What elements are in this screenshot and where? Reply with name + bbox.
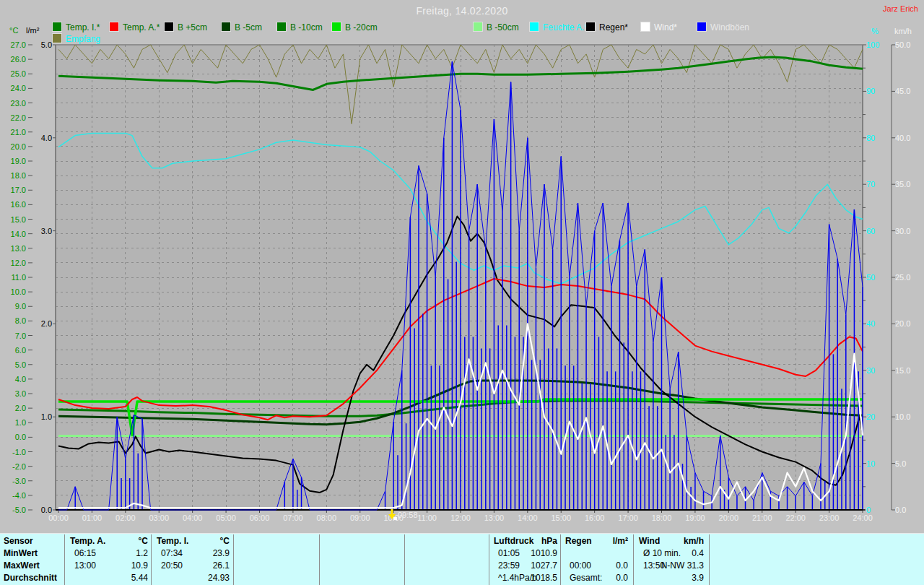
cursor-time-label: 09:58 <box>398 511 418 519</box>
table-value: 1027.7 <box>531 560 557 571</box>
table-divider <box>489 534 489 585</box>
axis-tick-label: 50.0 <box>895 40 910 49</box>
table-value: 1018.5 <box>531 573 557 583</box>
axis-tick-label: -2.0 <box>12 462 26 471</box>
axis-tick-label: 4.0 <box>41 134 52 142</box>
axis-tick-label: 22.0 <box>11 113 26 122</box>
table-divider <box>151 534 152 585</box>
axis-tick-label: 100 <box>866 40 879 49</box>
axis-tick-label: 1.0 <box>15 418 26 427</box>
table-unit-temp_a: °C <box>139 536 148 546</box>
table-value: 24.93 <box>208 573 230 583</box>
yellow-down-arrow-icon <box>388 508 397 521</box>
x-axis-label: 15:00 <box>545 514 577 522</box>
x-axis-label: 06:00 <box>244 514 276 522</box>
axis-tick-label: 5.0 <box>41 40 52 49</box>
table-value: 0.0 <box>616 573 628 583</box>
axis-tick-label: 20.0 <box>895 319 910 328</box>
table-row-label: Durchschnitt <box>4 573 57 583</box>
table-unit-regen: l/m² <box>613 536 628 546</box>
axis-tick-label: -4.0 <box>12 491 26 500</box>
table-value: 0.0 <box>616 560 628 571</box>
axis-tick-label: 0.0 <box>15 433 26 441</box>
table-value: 01:05 <box>498 548 520 558</box>
table-value: 26.1 <box>213 560 230 571</box>
axis-tick-label: 27.0 <box>11 40 26 49</box>
axis-tick-label: 0.0 <box>895 506 906 514</box>
axis-temp-tick-labels: -5.0-4.0-3.0-2.0-1.00.01.02.03.04.05.06.… <box>11 40 32 514</box>
x-axis-label: 19:00 <box>679 514 711 522</box>
axis-tick-label: 50 <box>866 273 875 282</box>
axis-tick-label: 18.0 <box>11 171 26 180</box>
table-value: 13:00 <box>74 560 96 571</box>
axis-wind-tick-labels: 0.05.010.015.020.025.030.035.040.045.050… <box>892 40 910 514</box>
table-divider <box>709 534 710 585</box>
axis-tick-label: 14.0 <box>11 230 26 238</box>
axis-tick-label: 80 <box>866 134 875 142</box>
x-axis-label: 09:00 <box>344 514 376 522</box>
table-value: 1010.9 <box>531 548 557 558</box>
axis-humidity-tick-labels: 0102030405060708090100 <box>863 40 879 514</box>
axis-tick-label: 45.0 <box>895 87 910 95</box>
table-header-temp_a: Temp. A. <box>70 536 105 546</box>
x-axis-label: 23:00 <box>814 514 845 522</box>
x-axis-label: 14:00 <box>512 514 544 522</box>
x-axis-label: 04:00 <box>177 514 209 522</box>
axis-tick-label: 13.0 <box>11 244 26 253</box>
table-value: 23.9 <box>213 548 230 558</box>
axis-rain-tick-labels: 0.01.02.03.04.05.0 <box>41 40 56 514</box>
table-value: 5.44 <box>131 573 148 583</box>
table-header-temp_i: Temp. I. <box>157 536 188 546</box>
axis-tick-label: 30 <box>866 366 875 375</box>
x-axis-label: 08:00 <box>310 514 342 522</box>
x-axis-label: 05:00 <box>210 514 242 522</box>
x-axis-label: 24:00 <box>847 514 879 522</box>
axis-tick-label: 30.0 <box>895 227 910 235</box>
table-unit-temp_i: °C <box>220 536 230 546</box>
axis-tick-label: 5.0 <box>895 459 906 468</box>
axis-tick-label: 25.0 <box>895 273 910 282</box>
x-axis-label: 13:00 <box>478 514 510 522</box>
chart-plot: -5.0-4.0-3.0-2.0-1.00.01.02.03.04.05.06.… <box>0 0 924 533</box>
axis-tick-label: 25.0 <box>11 69 26 78</box>
table-value: 07:34 <box>161 548 183 558</box>
axis-tick-label: 11.0 <box>11 273 26 282</box>
x-axis-label: 01:00 <box>76 514 108 522</box>
axis-tick-label: 21.0 <box>11 128 26 136</box>
axis-tick-label: 2.0 <box>41 319 52 328</box>
table-divider <box>233 534 234 585</box>
axis-tick-label: 24.0 <box>11 84 26 92</box>
axis-tick-label: 23.0 <box>11 99 26 108</box>
axis-tick-label: 35.0 <box>895 180 910 188</box>
x-axis-label: 00:00 <box>43 514 74 522</box>
x-axis-label: 22:00 <box>780 514 811 522</box>
table-value: 06:15 <box>74 548 96 558</box>
table-divider <box>560 534 561 585</box>
axis-tick-label: 17.0 <box>11 186 26 194</box>
table-row-label: Sensor <box>4 536 33 546</box>
table-value: 10.9 <box>131 560 148 571</box>
x-axis-label: 03:00 <box>143 514 175 522</box>
axis-tick-label: 15.0 <box>895 366 910 375</box>
table-value: 0.4 <box>692 548 704 558</box>
x-axis-label: 18:00 <box>646 514 678 522</box>
axis-tick-label: 9.0 <box>15 302 26 311</box>
axis-tick-label: 10.0 <box>895 412 910 421</box>
plot-background <box>56 45 863 510</box>
axis-tick-label: 20.0 <box>11 142 26 151</box>
table-unit-wind: km/h <box>684 536 704 546</box>
table-value: 23:59 <box>498 560 520 571</box>
table-header-wind: Wind <box>639 536 660 546</box>
x-axis-label: 02:00 <box>110 514 141 522</box>
axis-tick-label: 19.0 <box>11 157 26 165</box>
table-divider <box>633 534 634 585</box>
axis-tick-label: 20 <box>866 412 875 421</box>
axis-tick-label: 16.0 <box>11 200 26 209</box>
table-value: 1.2 <box>136 548 148 558</box>
axis-tick-label: 3.0 <box>41 227 52 235</box>
stats-table: SensorMinWertMaxWertDurchschnittTemp. A.… <box>0 533 924 585</box>
table-header-luftdruck: Luftdruck <box>494 536 533 546</box>
axis-tick-label: 10 <box>866 459 875 468</box>
axis-tick-label: 15.0 <box>11 215 26 224</box>
table-divider <box>404 534 405 585</box>
